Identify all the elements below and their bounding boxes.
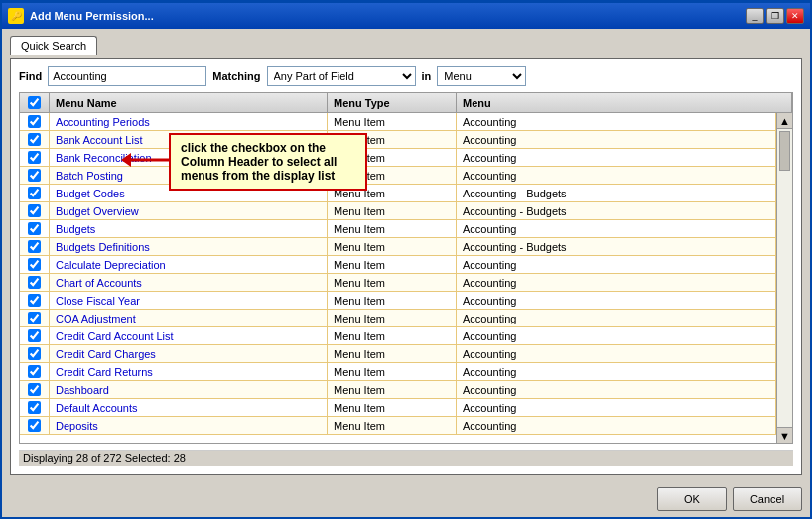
cancel-button[interactable]: Cancel: [733, 487, 802, 511]
scroll-track: [777, 129, 792, 427]
row-checkbox-cell: [20, 399, 50, 416]
row-checkbox[interactable]: [28, 276, 41, 289]
row-menu: Accounting: [457, 345, 776, 362]
find-input[interactable]: [48, 66, 206, 86]
close-button[interactable]: ✕: [786, 8, 804, 24]
search-row: Find Matching Any Part of Field Starts W…: [19, 66, 793, 86]
header-checkbox-cell: [20, 93, 50, 112]
scroll-thumb[interactable]: [779, 131, 790, 171]
row-menu-name: Budgets Definitions: [50, 238, 328, 255]
row-menu-type: Menu Item: [328, 327, 457, 344]
table-row: Budgets Definitions Menu Item Accounting…: [20, 238, 776, 256]
row-menu-type: Menu Item: [328, 417, 457, 434]
row-menu-name: Deposits: [50, 417, 328, 434]
table-row: Budget Codes Menu Item Accounting - Budg…: [20, 185, 776, 202]
matching-dropdown[interactable]: Any Part of Field Starts With Exact Matc…: [267, 66, 416, 86]
row-menu-type: Menu Item: [328, 345, 457, 362]
row-checkbox-cell: [20, 274, 50, 291]
table-row: Calculate Depreciation Menu Item Account…: [20, 256, 776, 274]
row-checkbox-cell: [20, 167, 50, 184]
row-menu: Accounting: [457, 131, 776, 148]
row-checkbox-cell: [20, 149, 50, 166]
table-row: Dashboard Menu Item Accounting: [20, 381, 776, 399]
row-menu-name: Accounting Periods: [50, 113, 328, 130]
title-buttons: _ ❒ ✕: [746, 8, 804, 24]
svg-marker-1: [121, 153, 131, 167]
row-menu: Accounting: [457, 113, 776, 130]
status-text: Displaying 28 of 272 Selected: 28: [23, 453, 186, 464]
table-row: Accounting Periods Menu Item Accounting: [20, 113, 776, 131]
main-window: 🔑 Add Menu Permission... _ ❒ ✕ Quick Sea…: [0, 0, 812, 519]
table-row: Chart of Accounts Menu Item Accounting: [20, 274, 776, 292]
in-dropdown[interactable]: Menu All: [437, 66, 526, 86]
row-menu: Accounting: [457, 292, 776, 309]
row-checkbox-cell: [20, 256, 50, 273]
table-row: Deposits Menu Item Accounting: [20, 417, 776, 435]
content-area: Quick Search Find Matching Any Part of F…: [2, 29, 810, 481]
row-menu-type: Menu Item: [328, 292, 457, 309]
main-panel: Find Matching Any Part of Field Starts W…: [10, 58, 802, 475]
row-checkbox[interactable]: [28, 401, 41, 414]
row-checkbox[interactable]: [28, 365, 41, 378]
table-row: Default Accounts Menu Item Accounting: [20, 399, 776, 417]
row-checkbox-cell: [20, 417, 50, 434]
row-checkbox[interactable]: [28, 222, 41, 235]
row-checkbox[interactable]: [28, 419, 41, 432]
row-menu-type: Menu Item: [328, 399, 457, 416]
vertical-scrollbar[interactable]: ▲ ▼: [776, 113, 792, 443]
scroll-down-button[interactable]: ▼: [777, 427, 792, 443]
row-menu-name: Budget Overview: [50, 202, 328, 219]
row-menu-name: Credit Card Returns: [50, 363, 328, 380]
row-menu: Accounting: [457, 274, 776, 291]
status-bar: Displaying 28 of 272 Selected: 28: [19, 450, 793, 466]
row-checkbox-cell: [20, 131, 50, 148]
row-menu: Accounting: [457, 149, 776, 166]
row-menu-name: Default Accounts: [50, 399, 328, 416]
tooltip-box: click the checkbox on the Column Header …: [169, 133, 367, 191]
tab-quick-search[interactable]: Quick Search: [10, 36, 97, 55]
minimize-button[interactable]: _: [746, 8, 764, 24]
row-checkbox[interactable]: [28, 151, 41, 164]
table-row: Budgets Menu Item Accounting: [20, 220, 776, 238]
scroll-up-button[interactable]: ▲: [777, 113, 792, 129]
row-menu-name: Budgets: [50, 220, 328, 237]
row-checkbox[interactable]: [28, 294, 41, 307]
row-checkbox-cell: [20, 345, 50, 362]
row-checkbox[interactable]: [28, 133, 41, 146]
row-checkbox[interactable]: [28, 169, 41, 182]
row-checkbox[interactable]: [28, 204, 41, 217]
row-menu-type: Menu Item: [328, 256, 457, 273]
row-checkbox[interactable]: [28, 187, 41, 199]
row-menu: Accounting: [457, 363, 776, 380]
row-checkbox[interactable]: [28, 312, 41, 324]
row-checkbox[interactable]: [28, 383, 41, 396]
row-checkbox[interactable]: [28, 329, 41, 342]
row-menu: Accounting: [457, 327, 776, 344]
in-label: in: [422, 70, 432, 82]
row-menu-type: Menu Item: [328, 220, 457, 237]
row-checkbox-cell: [20, 292, 50, 309]
row-checkbox[interactable]: [28, 115, 41, 128]
window-title: Add Menu Permission...: [30, 10, 154, 22]
row-checkbox-cell: [20, 381, 50, 398]
row-menu-name: COA Adjustment: [50, 310, 328, 326]
table-row: COA Adjustment Menu Item Accounting: [20, 310, 776, 327]
row-checkbox[interactable]: [28, 258, 41, 271]
restore-button[interactable]: ❒: [766, 8, 784, 24]
select-all-checkbox[interactable]: [28, 96, 41, 109]
row-menu: Accounting - Budgets: [457, 185, 776, 201]
row-menu: Accounting: [457, 399, 776, 416]
ok-button[interactable]: OK: [657, 487, 727, 511]
bottom-bar: OK Cancel: [2, 481, 810, 517]
header-menu-type: Menu Type: [328, 93, 457, 112]
row-checkbox[interactable]: [28, 240, 41, 253]
row-checkbox-cell: [20, 310, 50, 326]
row-menu-name: Chart of Accounts: [50, 274, 328, 291]
row-menu: Accounting: [457, 381, 776, 398]
row-menu-type: Menu Item: [328, 363, 457, 380]
table-header: Menu Name Menu Type Menu: [20, 93, 792, 113]
results-table: Menu Name Menu Type Menu Accounting Peri…: [19, 92, 793, 444]
table-row: Close Fiscal Year Menu Item Accounting: [20, 292, 776, 310]
row-checkbox[interactable]: [28, 347, 41, 360]
header-menu: Menu: [457, 93, 792, 112]
